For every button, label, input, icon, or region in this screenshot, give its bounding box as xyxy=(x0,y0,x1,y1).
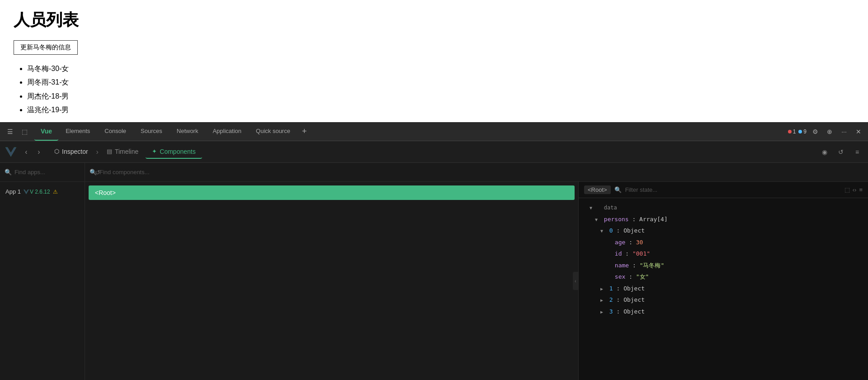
collapse-handle[interactable]: ‹ xyxy=(573,272,578,290)
sex-value: "女" xyxy=(636,273,649,280)
snapshot-icon[interactable]: ⬚ xyxy=(844,186,850,193)
filter-state-input[interactable] xyxy=(625,186,841,193)
chevron-separator: › xyxy=(96,148,99,156)
menu-icon[interactable]: ≡ xyxy=(851,146,863,158)
name-key: name xyxy=(615,262,629,269)
components-label: Components xyxy=(160,148,195,155)
root-tag: <Root> xyxy=(584,185,611,194)
id-row: id : "001" xyxy=(579,248,868,260)
remote-icon[interactable]: ⊕ xyxy=(824,126,835,138)
page-content: 人员列表 更新马冬梅的信息 马冬梅-30-女 周冬雨-31-女 周杰伦-18-男… xyxy=(0,0,868,122)
sex-row: sex : "女" xyxy=(579,271,868,283)
filter-search-icon: 🔍 xyxy=(614,186,622,193)
tab-sources[interactable]: Sources xyxy=(133,122,170,141)
vue-bar-right: ◉ ↺ ≡ xyxy=(818,146,863,158)
list-item: 温兆伦-19-男 xyxy=(27,103,854,117)
topbar-icons: ☰ ⬚ xyxy=(4,125,31,138)
obj2-colon: : Object xyxy=(616,296,645,303)
age-row: age : 30 xyxy=(579,237,868,248)
triangle-down: ▼ xyxy=(590,204,595,211)
obj0-colon: : Object xyxy=(616,227,645,234)
persons-key: persons xyxy=(604,216,629,223)
timeline-icon: ▤ xyxy=(107,148,112,155)
data-section: ▼ data xyxy=(579,202,868,214)
object0-row: ▼ 0 : Object xyxy=(579,225,868,237)
page-title: 人员列表 xyxy=(14,9,854,31)
more-icon[interactable]: ··· xyxy=(838,126,850,138)
find-components-input[interactable] xyxy=(99,169,863,176)
tab-elements[interactable]: Elements xyxy=(58,122,97,141)
tab-inspector[interactable]: ⬡ Inspector xyxy=(48,145,94,159)
tab-quicksource[interactable]: Quick source xyxy=(249,122,297,141)
warning-dot xyxy=(798,130,802,133)
devtools-inspect-icon[interactable]: ⬚ xyxy=(18,125,31,138)
devtools-topbar: ☰ ⬚ Vue Elements Console Sources Network… xyxy=(0,122,868,141)
close-icon[interactable]: ✕ xyxy=(853,126,864,138)
obj2-key: 2 xyxy=(609,296,613,303)
expand-icon[interactable]: ≡ xyxy=(859,186,863,193)
update-button[interactable]: 更新马冬梅的信息 xyxy=(14,40,78,55)
devtools-body: App 1 V 2.6.12 ⚠ <Root> ‹ <Root> 🔍 ⬚ ‹› xyxy=(0,182,868,380)
tab-console[interactable]: Console xyxy=(97,122,133,141)
settings-icon[interactable]: ⚙ xyxy=(809,126,821,138)
components-search: 🔍 xyxy=(85,163,868,181)
app-label: App 1 xyxy=(5,188,21,195)
object3-row: ▶ 3 : Object xyxy=(579,306,868,318)
sex-spacer xyxy=(606,274,611,280)
error-badge: 1 xyxy=(788,128,796,135)
object2-row: ▶ 2 : Object xyxy=(579,294,868,306)
code-icon[interactable]: ‹› xyxy=(853,186,857,193)
vue-devtools-bar: ‹ › ⬡ Inspector › ▤ Timeline ✦ Component… xyxy=(0,141,868,163)
devtools-panel: ☰ ⬚ Vue Elements Console Sources Network… xyxy=(0,122,868,380)
obj1-triangle: ▶ xyxy=(600,285,606,292)
list-item: 周杰伦-18-男 xyxy=(27,90,854,103)
tab-components[interactable]: ✦ Components xyxy=(146,145,202,159)
apps-panel: App 1 V 2.6.12 ⚠ xyxy=(0,182,85,380)
forward-button[interactable]: › xyxy=(33,146,45,158)
obj1-colon: : Object xyxy=(616,285,645,292)
list-item: 周冬雨-31-女 xyxy=(27,76,854,89)
eye-icon[interactable]: ◉ xyxy=(818,146,831,158)
refresh-icon[interactable]: ↺ xyxy=(835,146,847,158)
add-tab-button[interactable]: + xyxy=(297,127,311,136)
search-icon-right: 🔍 xyxy=(90,169,97,176)
obj3-colon: : Object xyxy=(616,308,645,315)
vue-tabs: ⬡ Inspector › ▤ Timeline ✦ Components xyxy=(48,145,202,159)
person-list: 马冬梅-30-女 周冬雨-31-女 周杰伦-18-男 温兆伦-19-男 xyxy=(14,62,854,117)
age-value: 30 xyxy=(636,239,643,246)
id-key: id xyxy=(615,250,622,257)
error-dot xyxy=(788,130,792,133)
tab-network[interactable]: Network xyxy=(170,122,206,141)
id-spacer xyxy=(606,251,611,257)
components-icon: ✦ xyxy=(152,148,157,155)
back-button[interactable]: ‹ xyxy=(20,146,33,158)
component-tree-panel: <Root> ‹ xyxy=(85,182,579,380)
warning-count: 9 xyxy=(803,128,807,135)
timeline-label: Timeline xyxy=(115,148,138,155)
object1-row: ▶ 1 : Object xyxy=(579,283,868,294)
app-item[interactable]: App 1 V 2.6.12 ⚠ xyxy=(0,185,85,198)
tab-timeline[interactable]: ▤ Timeline xyxy=(100,145,145,159)
id-colon: : xyxy=(625,250,632,257)
list-item: 马冬梅-30-女 xyxy=(27,62,854,76)
age-colon: : xyxy=(629,239,636,246)
name-row: name : "马冬梅" xyxy=(579,260,868,271)
obj2-triangle: ▶ xyxy=(600,297,606,304)
name-spacer xyxy=(606,262,611,269)
devtools-tabs: Vue Elements Console Sources Network App… xyxy=(34,122,788,141)
root-component[interactable]: <Root> xyxy=(89,185,575,200)
tab-application[interactable]: Application xyxy=(205,122,249,141)
app-warning-icon: ⚠ xyxy=(53,189,58,195)
inspector-icon: ⬡ xyxy=(54,148,59,155)
age-spacer xyxy=(606,239,611,246)
devtools-dock-icon[interactable]: ☰ xyxy=(4,125,16,138)
find-apps-input[interactable] xyxy=(14,169,90,176)
persons-row: ▼ persons : Array[4] xyxy=(579,214,868,225)
tab-vue[interactable]: Vue xyxy=(34,122,58,141)
vue-mini-logo xyxy=(24,190,29,194)
obj3-triangle: ▶ xyxy=(600,309,606,315)
inspector-label: Inspector xyxy=(62,148,88,155)
vue-version: V 2.6.12 xyxy=(24,189,50,195)
age-key: age xyxy=(615,239,625,246)
obj0-triangle: ▼ xyxy=(600,228,606,234)
